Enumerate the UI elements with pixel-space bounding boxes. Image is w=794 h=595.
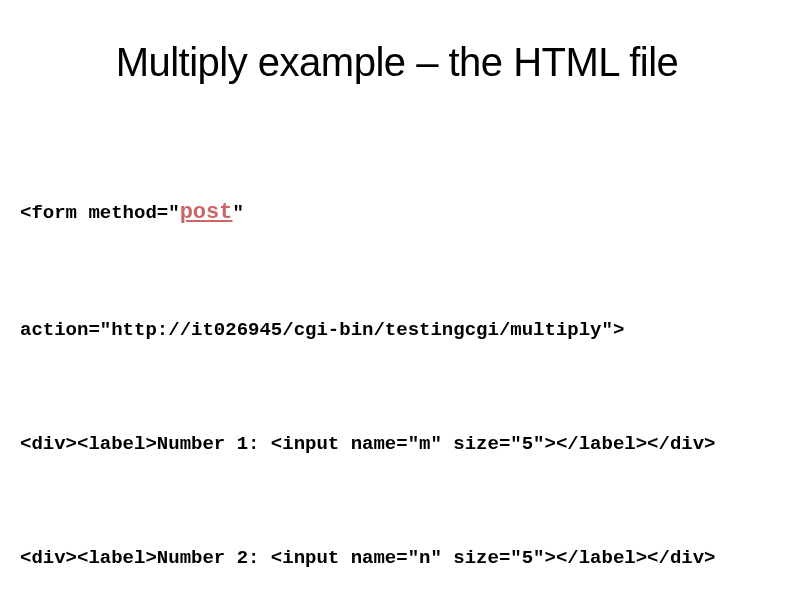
code-line-3: <div><label>Number 1: <input name="m" si… — [20, 425, 774, 463]
code-text: " — [232, 202, 243, 224]
slide-title: Multiply example – the HTML file — [20, 40, 774, 85]
slide-container: Multiply example – the HTML file <form m… — [0, 0, 794, 595]
code-line-4: <div><label>Number 2: <input name="n" si… — [20, 539, 774, 577]
code-line-1: <form method="post" — [20, 191, 774, 235]
code-highlight-post: post — [180, 200, 233, 225]
code-block: <form method="post" action="http://it026… — [20, 115, 774, 595]
code-line-2: action="http://it026945/cgi-bin/testingc… — [20, 311, 774, 349]
code-text: <form method=" — [20, 202, 180, 224]
